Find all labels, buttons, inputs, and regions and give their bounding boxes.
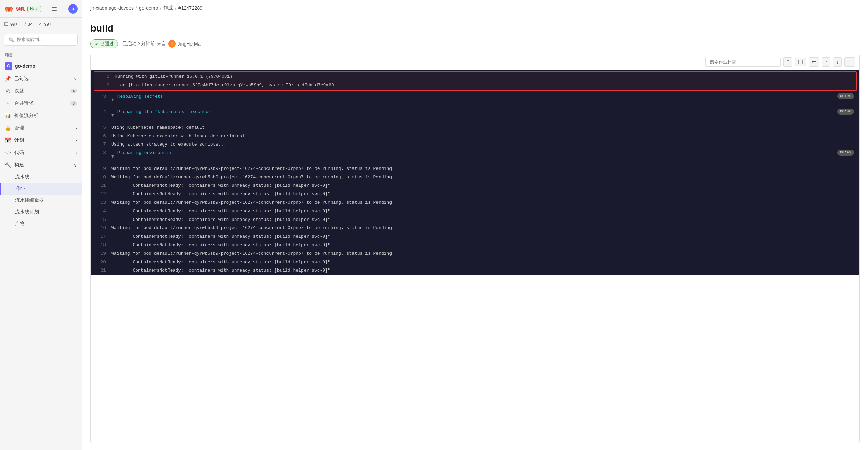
- log-line-number: 11: [94, 182, 106, 189]
- scroll-up-btn[interactable]: ↑: [822, 57, 830, 67]
- log-line-content: ContainersNotReady: "containers with unr…: [111, 267, 857, 274]
- log-line-content: ContainersNotReady: "containers with unr…: [111, 182, 857, 189]
- log-line-number: 14: [94, 208, 106, 215]
- sidebar-section-label: 项目: [0, 49, 82, 60]
- log-line: 13 Waiting for pod default/runner-qyrwb5…: [91, 199, 859, 207]
- status-row: ✔ 已通过 已启动 2分钟前 来自 J JingHe Ma: [90, 39, 860, 48]
- breadcrumb-jobs[interactable]: 作业: [163, 5, 173, 11]
- issues-badge: 4: [70, 89, 77, 93]
- user-avatar[interactable]: J: [68, 4, 78, 14]
- log-line-number: 7: [94, 141, 106, 148]
- mr-icon: ⑂: [23, 21, 26, 27]
- log-line: 4 ▼Preparing the "kubernetes" executor 0…: [91, 108, 859, 124]
- sidebar-stats: ☐ 99+ ⑂ 34 ✓ 99+: [0, 18, 82, 30]
- log-section-header[interactable]: ▼Preparing the "kubernetes" executor: [111, 109, 857, 123]
- sidebar-item-plan[interactable]: 📅 计划 ›: [0, 134, 82, 147]
- log-line-number: 12: [94, 191, 106, 198]
- chevron-down-icon: ∨: [74, 162, 77, 168]
- log-line-number: 10: [94, 174, 106, 181]
- sidebar-project[interactable]: G go-demo: [0, 60, 82, 73]
- sub-nav-label: 作业: [16, 186, 26, 191]
- log-line-content: ContainersNotReady: "containers with unr…: [111, 191, 857, 198]
- log-line: 12 ContainersNotReady: "containers with …: [91, 190, 859, 199]
- issues-stat[interactable]: ☐ 99+: [4, 21, 18, 27]
- issues-count: 99+: [10, 22, 18, 27]
- log-line: 11 ContainersNotReady: "containers with …: [91, 182, 859, 190]
- status-text: 已通过: [100, 41, 114, 47]
- log-line-content: Waiting for pod default/runner-qyrwb5sb9…: [111, 165, 857, 173]
- next-badge: Next: [27, 6, 41, 12]
- sidebar-item-artifacts[interactable]: 产物: [0, 218, 82, 229]
- sidebar-item-pinned[interactable]: 📌 已钉选 ∨: [0, 73, 82, 85]
- log-section-header[interactable]: ▼Resolving secrets: [111, 93, 857, 108]
- check-icon: ✔: [95, 41, 99, 47]
- log-line-number: 21: [94, 267, 106, 274]
- log-line-number: 2: [97, 82, 109, 89]
- log-content[interactable]: 1 Running with gitlab-runner 16.0.1 (797…: [91, 70, 859, 275]
- scroll-down-btn[interactable]: ↓: [833, 57, 842, 67]
- plan-icon: 📅: [5, 137, 11, 143]
- breadcrumb-org[interactable]: jh-xiaomage-devops: [90, 5, 134, 11]
- log-line-number: 5: [94, 124, 106, 132]
- sub-nav-label: 流水线计划: [15, 209, 39, 214]
- sidebar-item-label: 代码: [14, 150, 24, 156]
- collapse-icon: ▼: [111, 112, 114, 120]
- help-btn[interactable]: ?: [783, 57, 792, 67]
- sidebar-item-jobs[interactable]: 作业: [0, 183, 82, 195]
- log-line: 20 ContainersNotReady: "containers with …: [91, 258, 859, 267]
- status-info: 已启动 2分钟前 来自 J JingHe Ma: [122, 40, 201, 48]
- chevron-right-icon: ›: [75, 138, 77, 143]
- gitlab-logo-icon: [4, 4, 14, 14]
- log-line-number: 9: [94, 165, 106, 173]
- user-avatar-status: J: [168, 40, 176, 48]
- sidebar-item-build[interactable]: 🔨 构建 ∨: [0, 159, 82, 171]
- sidebar-item-value[interactable]: 📊 价值流分析: [0, 110, 82, 122]
- log-line-content: Waiting for pod default/runner-qyrwb5sb9…: [111, 199, 857, 207]
- build-icon: 🔨: [5, 162, 11, 168]
- log-toolbar: ? ⇄ ↑ ↓ ⛶: [91, 54, 859, 70]
- log-line: 6 Using Kubernetes executor with image d…: [91, 132, 859, 141]
- log-line: 3 ▼Resolving secrets 00:00: [91, 92, 859, 108]
- sidebar-item-merge[interactable]: ⑂ 合并请求 6: [0, 97, 82, 110]
- user-name: JingHe Ma: [178, 41, 201, 47]
- log-line-number: 17: [94, 233, 106, 240]
- log-line-number: 20: [94, 259, 106, 266]
- sidebar-item-manage[interactable]: 🔒 管理 ›: [0, 122, 82, 134]
- sidebar-item-code[interactable]: </> 代码 ›: [0, 147, 82, 159]
- mr-stat[interactable]: ⑂ 34: [23, 21, 33, 27]
- log-line: 17 ContainersNotReady: "containers with …: [91, 233, 859, 241]
- sidebar-item-pipeline-schedule[interactable]: 流水线计划: [0, 206, 82, 218]
- code-icon: </>: [5, 150, 11, 155]
- raw-log-btn[interactable]: [795, 58, 806, 66]
- new-tab-btn[interactable]: +: [60, 4, 66, 13]
- main-content: jh-xiaomage-devops / go-demo / 作业 / #124…: [82, 0, 868, 450]
- log-line: 14 ContainersNotReady: "containers with …: [91, 207, 859, 216]
- sidebar-item-issues[interactable]: ◎ 议题 4: [0, 85, 82, 97]
- log-line-content: ContainersNotReady: "containers with unr…: [111, 233, 857, 240]
- todo-stat[interactable]: ✓ 99+: [38, 21, 52, 27]
- value-icon: 📊: [5, 113, 11, 119]
- fullscreen-btn[interactable]: ⛶: [844, 57, 855, 67]
- logo-text: 极狐: [16, 6, 25, 12]
- log-line: 7 Using attach strategy to execute scrip…: [91, 140, 859, 149]
- sidebar-toggle-btn[interactable]: [50, 5, 58, 13]
- chevron-right-icon: ›: [75, 150, 77, 155]
- svg-rect-0: [52, 7, 57, 8]
- log-line-content: Running with gitlab-runner 16.0.1 (79704…: [115, 73, 853, 80]
- breadcrumb-job-id: #12472289: [178, 5, 202, 11]
- search-placeholder: 搜索或转到...: [17, 37, 43, 43]
- log-line-content: on jh-gitlab-runner-runner-6f7c4bf7dc-r9…: [115, 82, 853, 89]
- sidebar-item-pipeline-editor[interactable]: 流水线编辑器: [0, 195, 82, 206]
- sidebar-item-pipeline[interactable]: 流水线: [0, 171, 82, 183]
- breadcrumb: jh-xiaomage-devops / go-demo / 作业 / #124…: [82, 0, 868, 16]
- log-section-header[interactable]: ▼Preparing environment: [111, 150, 857, 164]
- breadcrumb-project[interactable]: go-demo: [139, 5, 158, 11]
- search-icon: 🔍: [9, 37, 14, 42]
- wrap-btn[interactable]: ⇄: [809, 57, 819, 67]
- search-bar[interactable]: 🔍 搜索或转到...: [4, 34, 78, 46]
- log-line-content: Waiting for pod default/runner-qyrwb5sb9…: [111, 174, 857, 181]
- log-search-input[interactable]: [705, 57, 781, 67]
- sidebar-item-label: 合并请求: [14, 100, 34, 107]
- sidebar-item-label: 议题: [14, 88, 24, 94]
- log-line-number: 4: [94, 109, 106, 116]
